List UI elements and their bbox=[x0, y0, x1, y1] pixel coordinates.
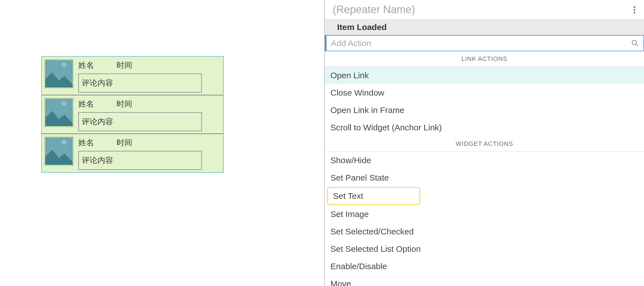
action-set-selected-checked[interactable]: Set Selected/Checked bbox=[325, 223, 644, 240]
action-open-link-in-frame[interactable]: Open Link in Frame bbox=[325, 102, 644, 119]
action-list: LINK ACTIONS Open Link Close Window Open… bbox=[325, 51, 644, 286]
panel-header: (Repeater Name) bbox=[325, 0, 644, 20]
name-label: 姓名 bbox=[78, 99, 117, 109]
more-options-icon[interactable] bbox=[630, 4, 639, 15]
comment-input[interactable] bbox=[78, 112, 202, 131]
section-header-link: LINK ACTIONS bbox=[325, 51, 644, 67]
action-set-selected-list-option[interactable]: Set Selected List Option bbox=[325, 240, 644, 258]
action-set-panel-state[interactable]: Set Panel State bbox=[325, 169, 644, 186]
action-scroll-to-widget[interactable]: Scroll to Widget (Anchor Link) bbox=[325, 119, 644, 136]
action-move[interactable]: Move bbox=[325, 275, 644, 286]
svg-marker-0 bbox=[45, 72, 73, 87]
section-header-widget: WIDGET ACTIONS bbox=[325, 136, 644, 152]
comment-input[interactable] bbox=[78, 73, 202, 93]
time-label: 时间 bbox=[117, 60, 132, 71]
action-show-hide[interactable]: Show/Hide bbox=[325, 152, 644, 169]
interactions-panel: (Repeater Name) Item Loaded LINK ACTIONS… bbox=[324, 0, 644, 286]
event-name-bar[interactable]: Item Loaded bbox=[325, 20, 644, 35]
svg-marker-1 bbox=[45, 111, 73, 126]
comment-input[interactable] bbox=[78, 151, 202, 170]
repeater-row: 姓名 时间 bbox=[42, 95, 223, 134]
add-action-input[interactable] bbox=[326, 38, 628, 48]
name-label: 姓名 bbox=[78, 137, 117, 148]
canvas-area: 姓名 时间 姓名 时间 bbox=[0, 0, 323, 286]
search-icon[interactable] bbox=[628, 36, 642, 50]
image-placeholder-icon[interactable] bbox=[44, 136, 74, 166]
time-label: 时间 bbox=[117, 137, 132, 148]
action-open-link[interactable]: Open Link bbox=[325, 67, 644, 84]
action-set-image[interactable]: Set Image bbox=[325, 206, 644, 223]
action-set-text[interactable]: Set Text bbox=[327, 187, 420, 205]
action-enable-disable[interactable]: Enable/Disable bbox=[325, 258, 644, 275]
image-placeholder-icon[interactable] bbox=[44, 59, 74, 89]
svg-line-4 bbox=[636, 44, 638, 46]
panel-title: (Repeater Name) bbox=[333, 4, 415, 16]
svg-point-3 bbox=[632, 40, 637, 45]
repeater-widget[interactable]: 姓名 时间 姓名 时间 bbox=[41, 56, 224, 173]
action-close-window[interactable]: Close Window bbox=[325, 84, 644, 102]
add-action-row bbox=[325, 35, 644, 51]
repeater-row: 姓名 时间 bbox=[42, 57, 223, 95]
image-placeholder-icon[interactable] bbox=[44, 98, 74, 127]
svg-marker-2 bbox=[45, 150, 73, 165]
repeater-row: 姓名 时间 bbox=[42, 134, 223, 172]
name-label: 姓名 bbox=[78, 60, 117, 71]
time-label: 时间 bbox=[117, 99, 132, 109]
